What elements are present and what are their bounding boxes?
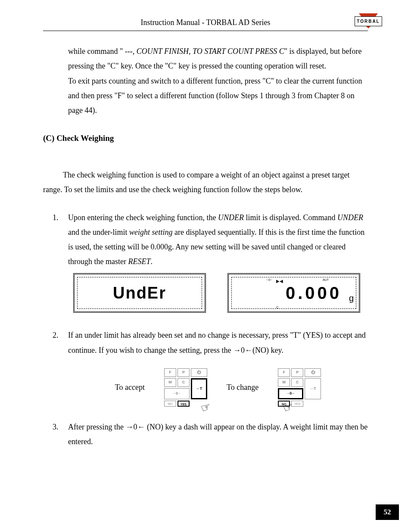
keypad-accept: F P ⏻ M C ↔T →0← NO YES ☞ [164,368,207,407]
accept-label: To accept [115,380,145,395]
page-header: Instruction Manual - TORBAL AD Series TO… [43,15,368,31]
lcd-display-under: UndEr [73,273,206,313]
change-label: To change [227,380,258,395]
page-number: 52 [376,504,399,520]
header-title: Instruction Manual - TORBAL AD Series [43,15,368,31]
sublabel-no-highlighted: NO [278,401,290,407]
key-power[interactable]: ⏻ [191,368,207,377]
italic-text: UNDER [337,213,363,222]
intro-paragraph: The check weighing function is used to c… [43,168,368,197]
lcd-display-row: UndEr →0← ▶◀ AUT 0.000 g C [73,273,368,313]
key-p[interactable]: P [177,368,190,377]
step-3: After pressing the →0← (NO) key a dash w… [60,420,368,449]
key-m[interactable]: M [278,378,290,387]
text: limit is displayed. Command [244,213,337,222]
lcd-display-value: →0← ▶◀ AUT 0.000 g C [227,273,360,313]
lcd-text: UndEr [75,277,205,308]
sublabel-yes-highlighted: YES [177,401,190,407]
continuation-paragraph: while command " ---, COUNT FINISH, TO ST… [43,44,368,118]
text: . [150,257,153,266]
document-page: Instruction Manual - TORBAL AD Series TO… [0,0,411,532]
text: After pressing the →0← (NO) key a dash w… [68,423,367,446]
text: and the under-limit [68,228,129,236]
keypad-row: To accept F P ⏻ M C ↔T →0← NO YES ☞ To c… [68,368,368,407]
text: If an under limit has already been set a… [68,331,366,354]
italic-text: ---, COUNT FINISH, TO START COUNT PRESS … [125,47,284,56]
keypad-change: F P ⏻ M C ↔T →0← NO YES ☞ [278,368,321,407]
pointer-hand-icon: ☞ [197,396,214,420]
key-c[interactable]: C [177,378,190,387]
step-2: If an under limit has already been set a… [60,328,368,406]
lcd-value: 0.000 [229,277,359,309]
italic-text: RESET [128,257,150,266]
key-m[interactable]: M [164,378,176,387]
steps-list: Upon entering the check weighing functio… [43,210,368,449]
key-c[interactable]: C [291,378,303,387]
lcd-unit: g [349,290,354,306]
pointer-hand-icon: ☞ [280,396,296,420]
italic-text: weight setting [129,228,173,236]
key-t[interactable]: ↔T [305,378,321,399]
key-zero[interactable]: →0← [164,388,190,399]
key-f[interactable]: F [164,368,176,377]
text: Upon entering the check weighing functio… [68,213,218,222]
section-heading: (C) Check Weighing [43,131,368,146]
text: while command " [68,47,125,56]
page-content: while command " ---, COUNT FINISH, TO ST… [43,44,368,449]
header-rule [43,31,368,31]
key-f[interactable]: F [278,368,290,377]
italic-text: UNDER [218,213,244,222]
torbal-logo: TORBAL [352,13,385,34]
sublabel-yes: YES [291,401,303,407]
logo-text: TORBAL [355,16,382,26]
sublabel-no: NO [164,401,176,407]
key-zero-highlighted[interactable]: →0← [278,388,303,399]
key-t-highlighted[interactable]: ↔T [191,378,207,399]
text: To exit parts counting and switch to a d… [68,77,362,115]
key-power[interactable]: ⏻ [305,368,321,377]
lcd-c-indicator: C [276,304,279,311]
step-1: Upon entering the check weighing functio… [60,210,368,313]
key-p[interactable]: P [291,368,303,377]
